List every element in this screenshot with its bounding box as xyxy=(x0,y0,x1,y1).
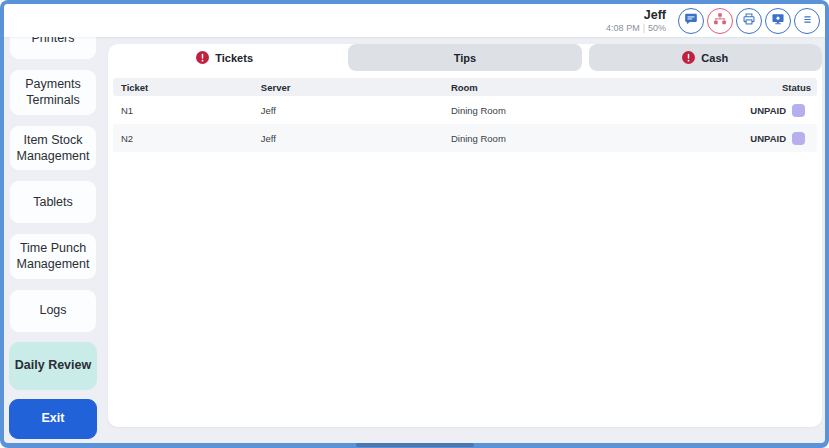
cell-status: UNPAID xyxy=(711,132,817,145)
meta-divider: | xyxy=(643,23,645,33)
user-info: Jeff 4:08 PM | 50% xyxy=(606,8,666,33)
main-panel: Tickets Tips Cash Ticket S xyxy=(108,44,822,427)
menu-icon xyxy=(801,12,814,30)
network-button[interactable] xyxy=(707,8,733,34)
sidebar-item-label: Item Stock Management xyxy=(13,132,93,165)
menu-button[interactable] xyxy=(794,8,820,34)
alert-icon xyxy=(196,51,209,64)
sidebar-item-tablets[interactable]: Tablets xyxy=(9,180,97,224)
sidebar-item-payments-terminals[interactable]: Payments Terminals xyxy=(9,69,97,116)
status-label: UNPAID xyxy=(750,105,786,116)
status-label: UNPAID xyxy=(750,133,786,144)
sidebar-item-daily-review[interactable]: Daily Review xyxy=(9,342,97,390)
tab-tips[interactable]: Tips xyxy=(348,44,581,71)
tickets-table: Ticket Server Room Status N1 Jeff Dining… xyxy=(113,78,817,152)
cell-status: UNPAID xyxy=(711,104,817,117)
tab-label: Cash xyxy=(701,52,728,64)
cell-ticket: N1 xyxy=(113,105,261,116)
printer-icon xyxy=(742,12,756,30)
status-checkbox[interactable] xyxy=(792,104,805,117)
display-icon xyxy=(771,12,785,30)
alert-icon xyxy=(682,51,695,64)
tab-label: Tips xyxy=(454,52,476,64)
content-area: Printers Payments Terminals Item Stock M… xyxy=(4,37,825,443)
table-row[interactable]: N2 Jeff Dining Room UNPAID xyxy=(113,124,817,152)
battery-percent: 50% xyxy=(648,23,666,33)
cell-server: Jeff xyxy=(261,133,451,144)
sidebar-item-label: Daily Review xyxy=(15,357,91,373)
display-button[interactable] xyxy=(765,8,791,34)
cell-room: Dining Room xyxy=(451,105,711,116)
sidebar-item-printers[interactable]: Printers xyxy=(9,37,97,60)
app-window: Jeff 4:08 PM | 50% xyxy=(0,0,829,448)
status-checkbox[interactable] xyxy=(792,132,805,145)
cell-ticket: N2 xyxy=(113,133,261,144)
cell-room: Dining Room xyxy=(451,133,711,144)
tab-tickets[interactable]: Tickets xyxy=(108,44,341,71)
cell-server: Jeff xyxy=(261,105,451,116)
exit-button-label: Exit xyxy=(42,410,65,426)
network-icon xyxy=(713,12,727,30)
table-header: Ticket Server Room Status xyxy=(113,78,817,96)
sidebar-item-label: Tablets xyxy=(33,194,73,210)
app-screen: Jeff 4:08 PM | 50% xyxy=(4,4,825,443)
sidebar-item-label: Payments Terminals xyxy=(13,76,93,109)
table-row[interactable]: N1 Jeff Dining Room UNPAID xyxy=(113,96,817,124)
sidebar-item-label: Time Punch Management xyxy=(13,240,93,273)
sidebar: Printers Payments Terminals Item Stock M… xyxy=(4,37,101,443)
col-server: Server xyxy=(261,82,451,93)
print-button[interactable] xyxy=(736,8,762,34)
sidebar-item-label: Logs xyxy=(39,302,66,318)
clock-time: 4:08 PM xyxy=(606,23,640,33)
chat-icon xyxy=(684,12,698,30)
sidebar-item-logs[interactable]: Logs xyxy=(9,289,97,333)
top-bar: Jeff 4:08 PM | 50% xyxy=(4,4,825,37)
col-ticket: Ticket xyxy=(113,82,261,93)
sidebar-item-item-stock-management[interactable]: Item Stock Management xyxy=(9,125,97,172)
tab-cash[interactable]: Cash xyxy=(589,44,822,71)
tab-label: Tickets xyxy=(215,52,253,64)
tab-bar: Tickets Tips Cash xyxy=(108,44,822,71)
col-status: Status xyxy=(711,82,817,93)
chat-button[interactable] xyxy=(678,8,704,34)
exit-button[interactable]: Exit xyxy=(9,399,97,439)
col-room: Room xyxy=(451,82,711,93)
user-name: Jeff xyxy=(606,8,666,22)
sidebar-item-label: Printers xyxy=(31,37,74,46)
sidebar-item-time-punch-management[interactable]: Time Punch Management xyxy=(9,233,97,280)
home-indicator[interactable] xyxy=(356,443,474,447)
user-meta: 4:08 PM | 50% xyxy=(606,23,666,33)
